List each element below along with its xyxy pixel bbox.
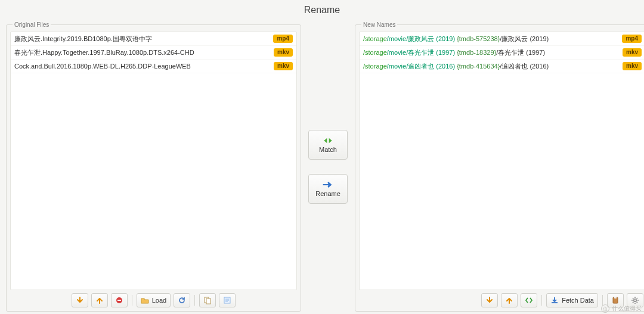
new-name: /storage/movie/廉政风云 (2019) {tmdb-575238}… [363, 34, 618, 43]
fetch-label: Fetch Data [562, 297, 594, 304]
new-names-list[interactable]: /storage/movie/廉政风云 (2019) {tmdb-575238}… [359, 32, 644, 290]
arrow-up-icon [95, 296, 104, 304]
move-down-button[interactable] [72, 293, 88, 307]
move-up-button[interactable] [91, 293, 108, 307]
svg-rect-6 [614, 297, 617, 299]
load-label: Load [152, 297, 166, 304]
edit-button[interactable] [219, 293, 236, 307]
rename-button[interactable]: Rename [308, 174, 348, 204]
list-item[interactable]: 春光乍泄.Happy.Together.1997.BluRay.1080p.DT… [11, 46, 296, 60]
ext-badge: mkv [274, 48, 293, 57]
refresh-icon [178, 296, 186, 304]
ext-badge: mp4 [273, 35, 293, 43]
original-files-legend: Original Files [13, 21, 51, 28]
original-files-panel: Original Files 廉政风云.Integrity.2019.BD108… [6, 21, 301, 312]
new-name: /storage/movie/春光乍泄 (1997) {tmdb-18329}/… [363, 48, 619, 57]
copy-button[interactable] [199, 293, 216, 307]
match-button[interactable]: Match [308, 130, 348, 160]
file-name: 廉政风云.Integrity.2019.BD1080p.国粤双语中字 [14, 34, 270, 43]
folder-icon [141, 296, 149, 304]
refresh-button[interactable] [174, 293, 190, 307]
ext-badge: mkv [274, 62, 293, 70]
match-label: Match [319, 146, 337, 153]
new-names-panel: New Names /storage/movie/廉政风云 (2019) {tm… [355, 21, 644, 312]
separator [541, 295, 542, 306]
list-item[interactable]: /storage/movie/追凶者也 (2016) {tmdb-415634}… [360, 60, 644, 73]
swap-icon [525, 296, 533, 304]
arrow-down-icon [485, 296, 494, 304]
arrow-up-icon [505, 296, 513, 304]
new-name: /storage/movie/追凶者也 (2016) {tmdb-415634}… [363, 61, 619, 71]
window-title: Rename [0, 0, 644, 21]
arrow-down-icon [76, 296, 84, 304]
svg-rect-1 [117, 300, 121, 301]
original-toolbar: Load [10, 290, 297, 309]
new-names-toolbar: Fetch Data [359, 290, 644, 309]
center-column: Match Rename [301, 21, 355, 312]
copy-icon [203, 296, 212, 304]
svg-point-7 [634, 299, 636, 301]
clipboard-button[interactable] [607, 293, 624, 307]
original-files-list[interactable]: 廉政风云.Integrity.2019.BD1080p.国粤双语中字 mp4 春… [10, 32, 297, 290]
move-up-button[interactable] [501, 293, 518, 307]
list-item[interactable]: Cock.and.Bull.2016.1080p.WEB-DL.H265.DDP… [11, 60, 296, 73]
gear-icon [631, 296, 639, 304]
remove-button[interactable] [111, 293, 128, 307]
load-button[interactable]: Load [137, 293, 171, 307]
note-icon [223, 296, 231, 304]
match-icon [322, 136, 334, 145]
file-name: 春光乍泄.Happy.Together.1997.BluRay.1080p.DT… [14, 48, 270, 57]
separator [194, 295, 195, 306]
new-names-legend: New Names [361, 21, 397, 28]
list-item[interactable]: /storage/movie/廉政风云 (2019) {tmdb-575238}… [360, 32, 644, 46]
list-item[interactable]: /storage/movie/春光乍泄 (1997) {tmdb-18329}/… [360, 46, 644, 60]
separator [132, 295, 132, 306]
swap-button[interactable] [521, 293, 537, 307]
main-area: Original Files 廉政风云.Integrity.2019.BD108… [0, 21, 644, 312]
list-item[interactable]: 廉政风云.Integrity.2019.BD1080p.国粤双语中字 mp4 [11, 32, 296, 46]
settings-button[interactable] [627, 293, 643, 307]
rename-label: Rename [315, 190, 340, 197]
svg-rect-3 [206, 299, 210, 304]
ext-badge: mp4 [622, 35, 642, 43]
rename-arrow-icon [322, 181, 334, 189]
file-name: Cock.and.Bull.2016.1080p.WEB-DL.H265.DDP… [14, 61, 270, 71]
fetch-data-button[interactable]: Fetch Data [546, 293, 598, 307]
download-icon [550, 296, 559, 304]
ext-badge: mkv [623, 62, 642, 70]
move-down-button[interactable] [481, 293, 498, 307]
stop-icon [115, 296, 123, 304]
separator [602, 295, 603, 306]
ext-badge: mkv [623, 48, 642, 57]
clipboard-icon [611, 296, 620, 304]
